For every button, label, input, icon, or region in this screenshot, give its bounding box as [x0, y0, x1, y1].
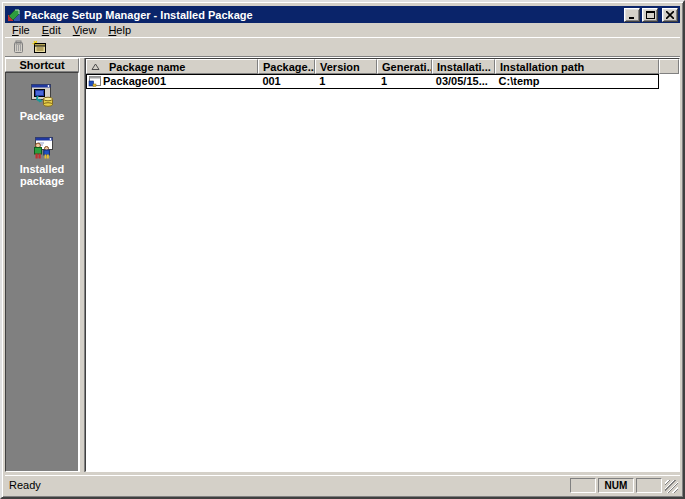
column-header-installation-path[interactable]: Installation path: [495, 59, 659, 74]
app-icon: [7, 8, 21, 22]
column-label: Generati...: [382, 61, 432, 73]
menu-file[interactable]: File: [6, 24, 36, 37]
status-pane-scroll: [636, 478, 662, 493]
table-row[interactable]: Package001 001 1 1 03/05/15... C:\temp: [86, 74, 659, 89]
properties-tool-icon: [31, 40, 47, 55]
properties-tool-button[interactable]: [28, 39, 49, 56]
shortcut-panel: Package: [5, 72, 79, 472]
column-label: Installation path: [500, 61, 584, 73]
column-header-generation[interactable]: Generati...: [377, 59, 432, 74]
maximize-button[interactable]: [642, 8, 658, 22]
sidebar-item-label: Package: [11, 110, 73, 122]
sidebar-item-label: Installed package: [11, 163, 73, 187]
cell-version: 1: [315, 75, 377, 88]
minimize-icon: [628, 11, 636, 19]
sidebar-item-package[interactable]: Package: [11, 83, 73, 122]
close-icon: [666, 11, 674, 19]
column-header-package-name[interactable]: Package name: [86, 59, 258, 74]
minimize-button[interactable]: [624, 8, 640, 22]
list-header: Package name Package... Version Generati…: [86, 59, 679, 74]
column-header-installation-date[interactable]: Installati...: [432, 59, 495, 74]
cell-package-id: 001: [258, 75, 315, 88]
cell-package-name: Package001: [87, 75, 258, 88]
cell-installation-date: 03/05/15...: [432, 75, 495, 88]
toolbar: [5, 37, 680, 56]
menu-help[interactable]: Help: [102, 24, 137, 37]
sort-ascending-icon: [91, 63, 100, 71]
status-message: Ready: [9, 479, 568, 491]
column-label: Version: [320, 61, 360, 73]
package-tool-button[interactable]: [7, 39, 28, 56]
status-bar: Ready NUM: [5, 475, 680, 494]
app-window: Package Setup Manager - Installed Packag…: [0, 0, 685, 499]
column-label: Package name: [109, 61, 185, 73]
menu-edit[interactable]: Edit: [36, 24, 67, 37]
column-header-version[interactable]: Version: [315, 59, 377, 74]
column-header-filler: [659, 59, 679, 74]
cell-generation: 1: [377, 75, 432, 88]
cell-text: Package001: [103, 75, 166, 88]
column-label: Installati...: [437, 61, 491, 73]
title-bar[interactable]: Package Setup Manager - Installed Packag…: [5, 6, 680, 23]
resize-grip-icon[interactable]: [665, 480, 678, 493]
shortcut-sidebar: Shortcut: [5, 58, 79, 472]
maximize-icon: [646, 10, 655, 19]
column-header-package-id[interactable]: Package...: [258, 59, 315, 74]
package-tool-icon: [10, 40, 26, 55]
window-title: Package Setup Manager - Installed Packag…: [24, 9, 622, 21]
cell-installation-path: C:\temp: [495, 75, 658, 88]
close-button[interactable]: [662, 8, 678, 22]
menu-view[interactable]: View: [67, 24, 103, 37]
menu-bar: File Edit View Help: [5, 23, 680, 37]
package-item-icon: [88, 76, 102, 88]
toolbar-separator: [5, 56, 680, 57]
main-content: Shortcut: [5, 58, 680, 472]
package-list: Package name Package... Version Generati…: [85, 58, 680, 472]
shortcut-header: Shortcut: [5, 58, 79, 72]
sidebar-item-installed-package[interactable]: Installed package: [11, 136, 73, 187]
column-label: Package...: [263, 61, 315, 73]
status-pane-caps: [570, 478, 596, 493]
installed-package-shortcut-icon: [29, 136, 55, 160]
package-shortcut-icon: [29, 83, 55, 107]
status-pane-num: NUM: [598, 478, 634, 493]
